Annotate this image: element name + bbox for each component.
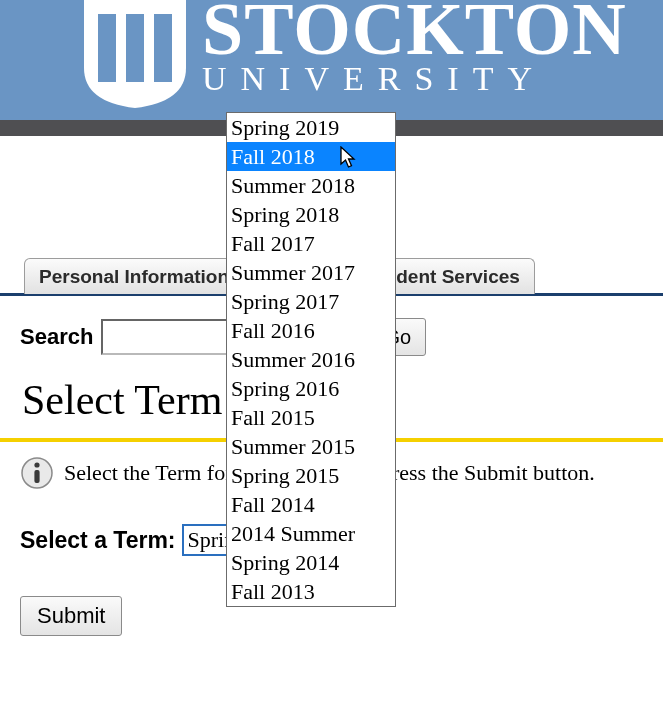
search-label: Search [20,324,93,350]
term-option[interactable]: Summer 2016 [227,345,395,374]
svg-rect-1 [126,14,144,82]
term-option[interactable]: 2014 Summer [227,519,395,548]
shield-icon [80,0,190,110]
svg-rect-5 [34,470,39,483]
term-option[interactable]: Summer 2015 [227,432,395,461]
term-option[interactable]: Summer 2018 [227,171,395,200]
term-option[interactable]: Summer 2017 [227,258,395,287]
svg-point-4 [34,462,39,467]
term-dropdown[interactable]: Spring 2019Fall 2018Summer 2018Spring 20… [226,112,396,607]
term-option[interactable]: Fall 2013 [227,577,395,606]
tab-personal[interactable]: Personal Information [24,258,244,294]
term-option[interactable]: Spring 2016 [227,374,395,403]
logo: STOCKTON UNIVERSITY [80,0,627,110]
term-option[interactable]: Spring 2017 [227,287,395,316]
term-option[interactable]: Fall 2015 [227,403,395,432]
term-option[interactable]: Spring 2018 [227,200,395,229]
term-option[interactable]: Fall 2014 [227,490,395,519]
term-option[interactable]: Fall 2016 [227,316,395,345]
submit-button[interactable]: Submit [20,596,122,636]
svg-rect-2 [154,14,172,82]
term-option[interactable]: Fall 2017 [227,229,395,258]
university-name: STOCKTON [202,0,627,64]
term-option[interactable]: Fall 2018 [227,142,395,171]
term-option[interactable]: Spring 2019 [227,113,395,142]
info-icon [20,456,54,490]
term-option[interactable]: Spring 2015 [227,461,395,490]
term-label: Select a Term: [20,527,176,554]
svg-rect-0 [98,14,116,82]
term-option[interactable]: Spring 2014 [227,548,395,577]
